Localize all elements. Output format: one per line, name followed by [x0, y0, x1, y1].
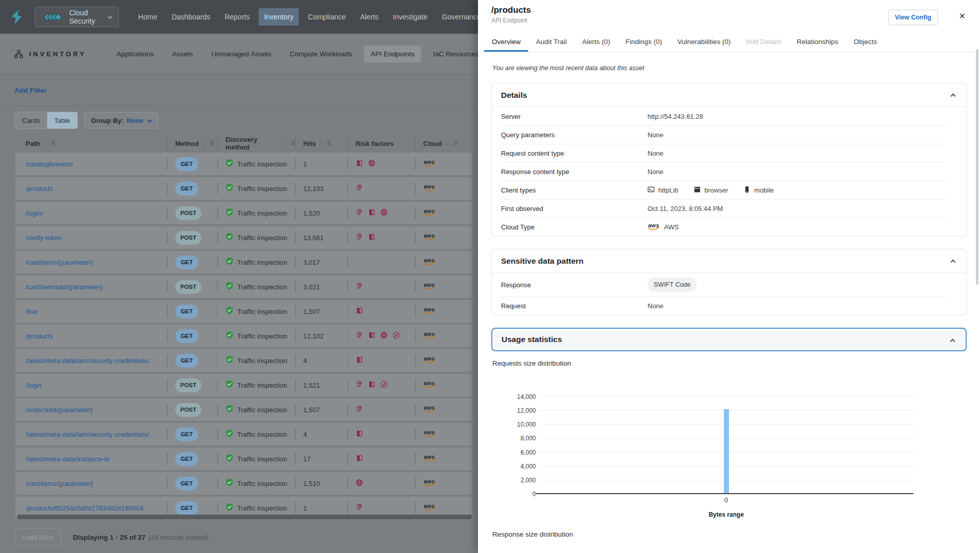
- hits-cell: 4: [295, 349, 347, 372]
- subnav-tab-unmanaged-assets[interactable]: Unmanaged Assets: [204, 46, 278, 62]
- panel-scrollbar[interactable]: [976, 49, 978, 285]
- table-row[interactable]: /login/POSTTraffic inspection1,520aws: [15, 202, 472, 224]
- path-link[interactable]: /login: [26, 381, 41, 389]
- path-link[interactable]: /live: [26, 308, 37, 315]
- details-card-header[interactable]: Details: [492, 83, 966, 107]
- sort-icon[interactable]: ↓↑: [283, 141, 286, 146]
- close-icon[interactable]: ✕: [959, 11, 966, 21]
- column-label: Path: [26, 140, 40, 147]
- load-more-button[interactable]: Load More: [14, 528, 61, 546]
- table-row[interactable]: /cataloglivenessGETTraffic inspection1aw…: [15, 153, 472, 175]
- table-row[interactable]: /liveGETTraffic inspection1,507aws: [15, 300, 472, 323]
- path-link[interactable]: /products/65254c0d0d1763482e195804: [26, 504, 143, 512]
- column-header-path[interactable]: Path↓↑⠿: [15, 134, 167, 153]
- path-cell: /latest/meta-data/iam/security-credentia…: [15, 349, 167, 372]
- add-filter-button[interactable]: Add Filter: [14, 87, 47, 94]
- path-link[interactable]: /order/add/{parameter}: [26, 406, 93, 414]
- path-link[interactable]: /cart/items/{parameter}: [26, 259, 93, 266]
- column-header-cloud[interactable]: Cloud↓↑⠿: [415, 134, 472, 153]
- nav-item-reports[interactable]: Reports: [219, 8, 255, 26]
- subnav-tab-assets[interactable]: Assets: [165, 46, 200, 62]
- column-label: Risk factors: [356, 140, 393, 147]
- sensitive-card-title: Sensitive data pattern: [501, 257, 583, 266]
- horizontal-scrollbar[interactable]: [17, 515, 472, 519]
- panel-tab-audit-trail[interactable]: Audit Trail: [528, 33, 574, 52]
- usage-statistics-header[interactable]: Usage statistics: [491, 328, 967, 351]
- nav-item-home[interactable]: Home: [133, 8, 162, 26]
- view-toggle-cards[interactable]: Cards: [15, 112, 47, 129]
- sort-icon[interactable]: ↓↑: [202, 141, 205, 146]
- panel-tab-alerts-0[interactable]: Alerts (0): [574, 33, 618, 52]
- column-header-risk-factors[interactable]: Risk factors: [347, 134, 415, 153]
- table-row[interactable]: /order/add/{parameter}POSTTraffic inspec…: [15, 398, 472, 421]
- view-toggle-table[interactable]: Table: [47, 112, 77, 129]
- view-config-button[interactable]: View Config: [888, 10, 938, 25]
- column-header-hits[interactable]: Hits↓↑⠿: [295, 134, 347, 153]
- column-header-discovery-method[interactable]: Discovery method↓↑⠿: [217, 134, 295, 153]
- drag-handle-icon[interactable]: ⠿: [327, 140, 331, 147]
- sort-icon[interactable]: ↓↑: [43, 141, 46, 146]
- drag-handle-icon[interactable]: ⠿: [291, 140, 295, 147]
- path-link[interactable]: /cart/items/{parameter}: [26, 480, 93, 487]
- fingerprint-risk-icon: [356, 405, 363, 415]
- nav-item-inventory[interactable]: Inventory: [259, 8, 299, 26]
- table-row[interactable]: /latest/meta-data/instance-idGETTraffic …: [15, 448, 472, 470]
- hits-value: 1: [303, 504, 307, 512]
- table-row[interactable]: /latest/meta-data/iam/security-credentia…: [15, 423, 472, 445]
- path-link[interactable]: /products: [26, 185, 53, 193]
- nav-item-dashboards[interactable]: Dashboards: [166, 8, 216, 26]
- table-row[interactable]: /cart/items/{parameter}GETTraffic inspec…: [15, 251, 472, 273]
- path-link[interactable]: /latest/meta-data/iam/security-credentia…: [26, 357, 149, 365]
- path-link[interactable]: /cart/item/add/{parameter}: [26, 283, 102, 291]
- path-link[interactable]: /verify-token: [26, 234, 62, 242]
- panel-tab-overview[interactable]: Overview: [484, 33, 528, 52]
- path-link[interactable]: /latest/meta-data/iam/security-credentia…: [26, 431, 160, 438]
- drag-handle-icon[interactable]: ⠿: [453, 140, 457, 147]
- panel-tab-vulnerabilities-0[interactable]: Vulnerabilities (0): [670, 33, 738, 52]
- drag-handle-icon[interactable]: ⠿: [210, 140, 214, 147]
- table-row[interactable]: /cart/item/add/{parameter}POSTTraffic in…: [15, 275, 472, 298]
- column-divider: [167, 354, 168, 367]
- path-link[interactable]: /products: [26, 332, 53, 340]
- panel-tab-objects[interactable]: Objects: [846, 33, 885, 52]
- sensitive-card-header[interactable]: Sensitive data pattern: [492, 249, 966, 273]
- table-row[interactable]: /verify-tokenPOSTTraffic inspection13,58…: [15, 226, 472, 249]
- aws-cloud-icon: aws: [423, 381, 435, 389]
- path-link[interactable]: /catalogliveness: [26, 160, 73, 168]
- risk-factor-icons: [356, 159, 376, 169]
- column-header-method[interactable]: Method↓↑⠿: [167, 134, 217, 153]
- subnav-tab-applications[interactable]: Applications: [110, 46, 160, 62]
- table-row[interactable]: /productsGETTraffic inspection12,103aws: [15, 177, 472, 200]
- subnav-tab-iac-resources[interactable]: IaC Resources: [426, 46, 485, 62]
- table-row[interactable]: /latest/meta-data/iam/security-credentia…: [15, 349, 472, 372]
- path-cell: /products: [15, 177, 167, 200]
- product-switcher-dropdown[interactable]: Cloud Security: [35, 7, 119, 27]
- risk-factor-icons: [356, 430, 363, 439]
- nav-item-alerts[interactable]: Alerts: [355, 8, 384, 26]
- sort-icon[interactable]: ↓↑: [445, 141, 448, 146]
- shield-check-icon: [225, 282, 234, 292]
- sort-icon[interactable]: ↓↑: [319, 141, 322, 146]
- group-by-dropdown[interactable]: Group By: None: [84, 112, 158, 129]
- table-row[interactable]: /cart/items/{parameter}GETTraffic inspec…: [15, 472, 472, 495]
- nav-item-compliance[interactable]: Compliance: [303, 8, 351, 26]
- fingerprint-risk-icon: [356, 184, 363, 194]
- subnav-tab-api-endpoints[interactable]: API Endpoints: [364, 46, 422, 62]
- discovery-cell: Traffic inspection: [217, 153, 295, 175]
- table-row[interactable]: /productsGETTraffic inspection12,102aws: [15, 325, 472, 347]
- path-link[interactable]: /login/: [26, 209, 44, 217]
- aws-cloud-icon: aws: [423, 283, 435, 291]
- table-row[interactable]: /loginPOSTTraffic inspection1,521aws: [15, 374, 472, 396]
- subnav-tab-compute-workloads[interactable]: Compute Workloads: [283, 46, 359, 62]
- panel-tab-findings-0[interactable]: Findings (0): [618, 33, 670, 52]
- drag-handle-icon[interactable]: ⠿: [51, 140, 55, 147]
- main-nav-items: HomeDashboardsReportsInventoryCompliance…: [133, 8, 486, 26]
- shield-check-icon: [225, 355, 234, 366]
- column-divider: [217, 477, 218, 490]
- panel-tab-relationships[interactable]: Relationships: [789, 33, 846, 52]
- group-by-label: Group By:: [91, 117, 124, 124]
- risk-factors-cell: [347, 202, 415, 224]
- path-link[interactable]: /latest/meta-data/instance-id: [26, 455, 109, 463]
- nav-item-investigate[interactable]: Investigate: [388, 8, 433, 26]
- method-cell: POST: [167, 398, 217, 421]
